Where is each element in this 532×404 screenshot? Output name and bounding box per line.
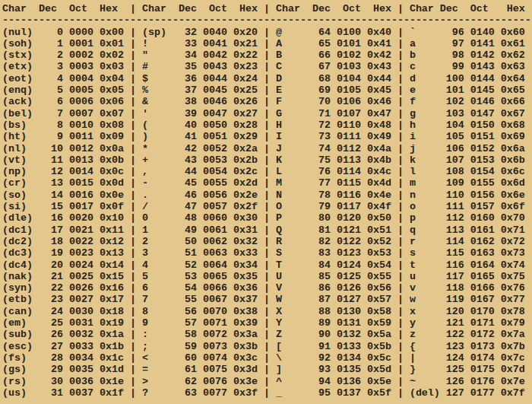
- ascii-table: Char Dec Oct Hex | Char Dec Oct Hex | Ch…: [0, 0, 532, 399]
- ascii-table-page: Char Dec Oct Hex | Char Dec Oct Hex | Ch…: [0, 0, 532, 404]
